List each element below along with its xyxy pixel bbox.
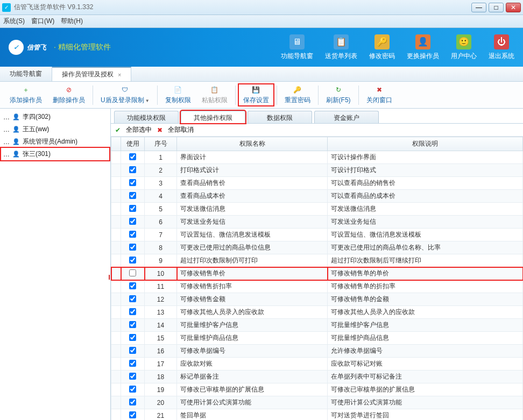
use-checkbox[interactable] bbox=[129, 218, 136, 225]
subtab-funds[interactable]: 资金账户 bbox=[314, 111, 379, 123]
copy-perm-button[interactable]: 📄复制权限 bbox=[160, 84, 196, 106]
table-row[interactable]: 8 可更改已使用过的商品单位信息 可更改已使用过的商品单位名称、比率 bbox=[111, 241, 523, 254]
minimize-button[interactable]: — bbox=[471, 3, 486, 12]
nav-icon: 🔑 bbox=[374, 34, 390, 49]
use-checkbox[interactable] bbox=[129, 282, 136, 289]
close-button[interactable]: ✕ bbox=[506, 3, 521, 12]
tab-close-icon[interactable]: × bbox=[118, 72, 121, 78]
col-use[interactable]: 使用 bbox=[121, 137, 145, 151]
use-checkbox[interactable] bbox=[129, 386, 136, 393]
use-checkbox[interactable] bbox=[129, 257, 136, 264]
table-row[interactable]: 14 可批量维护客户信息 可批量维护客户信息 bbox=[111, 319, 523, 332]
table-row[interactable]: 11 可修改销售折扣率 可修改销售单的折扣率 bbox=[111, 280, 523, 293]
user-item-1[interactable]: …👤王五(ww) bbox=[1, 123, 109, 136]
tab-ops[interactable]: 操作员管理及授权 × bbox=[52, 67, 131, 81]
table-row[interactable]: 6 可发送业务短信 可发送业务短信 bbox=[111, 216, 523, 229]
row-name: 查看商品销售价 bbox=[177, 177, 328, 190]
clear-icon: ✖ bbox=[157, 126, 162, 134]
use-checkbox[interactable] bbox=[129, 205, 136, 212]
use-checkbox[interactable] bbox=[129, 295, 136, 302]
use-checkbox[interactable] bbox=[129, 179, 136, 186]
subtab-other[interactable]: 其他操作权限 bbox=[181, 111, 245, 123]
user-item-2[interactable]: …👤系统管理员(Admin) bbox=[1, 136, 109, 148]
nav-2[interactable]: 🔑修改密码 bbox=[369, 34, 395, 61]
use-checkbox[interactable] bbox=[129, 308, 136, 315]
use-checkbox[interactable] bbox=[129, 360, 136, 367]
row-no: 10 bbox=[145, 267, 177, 280]
row-desc: 应收款可标记对账 bbox=[328, 358, 523, 371]
use-checkbox[interactable] bbox=[129, 231, 136, 238]
nav-4[interactable]: 🙂用户中心 bbox=[451, 34, 477, 61]
nav-0[interactable]: 🖥功能导航窗 bbox=[281, 34, 313, 61]
menu-window[interactable]: 窗口(W) bbox=[31, 17, 54, 26]
row-no: 2 bbox=[145, 164, 177, 177]
table-row[interactable]: 21 签回单据 可对送货单进行签回 bbox=[111, 409, 523, 421]
table-row[interactable]: 13 可修改其他人员录入的应收款 可修改其他人员录入的应收款 bbox=[111, 306, 523, 319]
table-row[interactable]: 7 可设置短信、微信消息发送模板 可设置短信、微信消息发送模板 bbox=[111, 229, 523, 241]
row-desc: 可设计打印格式 bbox=[328, 164, 523, 177]
user-item-3[interactable]: …👤张三(301) bbox=[1, 148, 109, 160]
delete-operator-button[interactable]: ⊘删除操作员 bbox=[47, 84, 90, 106]
row-no: 13 bbox=[145, 306, 177, 319]
col-desc[interactable]: 权限说明 bbox=[328, 137, 523, 151]
use-checkbox[interactable] bbox=[129, 244, 136, 251]
tab-ops-label: 操作员管理及授权 bbox=[62, 70, 114, 79]
row-no: 19 bbox=[145, 383, 177, 396]
deselect-all-button[interactable]: 全部取消 bbox=[168, 125, 194, 134]
row-desc: 可修改销售单的单价 bbox=[328, 267, 523, 280]
table-row[interactable]: 9 超过打印次数限制仍可打印 超过打印次数限制后可继续打印 bbox=[111, 254, 523, 267]
use-checkbox[interactable] bbox=[129, 269, 136, 276]
use-checkbox[interactable] bbox=[129, 334, 136, 341]
maximize-button[interactable]: □ bbox=[489, 3, 504, 12]
user-label: 张三(301) bbox=[23, 150, 51, 159]
add-operator-button[interactable]: ＋添加操作员 bbox=[4, 84, 47, 106]
use-checkbox[interactable] bbox=[129, 192, 136, 199]
table-row[interactable]: 5 可发送微信消息 可发送微信消息 bbox=[111, 203, 523, 216]
table-row[interactable]: 2 打印格式设计 可设计打印格式 bbox=[111, 164, 523, 177]
table-row[interactable]: 4 查看商品成本价 可以查看商品的成本价 bbox=[111, 190, 523, 203]
row-no: 6 bbox=[145, 216, 177, 229]
row-desc: 超过打印次数限制后可继续打印 bbox=[328, 254, 523, 267]
table-row[interactable]: 1 界面设计 可设计操作界面 bbox=[111, 151, 523, 164]
subtab-data[interactable]: 数据权限 bbox=[248, 111, 312, 123]
paste-perm-button[interactable]: 📋粘贴权限 bbox=[196, 84, 233, 106]
user-item-0[interactable]: …👤李四(302) bbox=[1, 111, 109, 123]
use-checkbox[interactable] bbox=[129, 321, 136, 328]
table-row[interactable]: 15 可批量维护商品信息 可批量维护商品信息 bbox=[111, 332, 523, 345]
table-row[interactable]: 19 可修改已审核单据的扩展信息 可修改已审核单据的扩展信息 bbox=[111, 383, 523, 396]
save-settings-button[interactable]: 💾保存设置 bbox=[238, 83, 274, 106]
nav-label: 退出系统 bbox=[489, 52, 514, 61]
row-no: 7 bbox=[145, 229, 177, 241]
subtab-module[interactable]: 功能模块权限 bbox=[114, 111, 179, 123]
use-checkbox[interactable] bbox=[129, 373, 136, 380]
use-checkbox[interactable] bbox=[129, 398, 136, 405]
col-name[interactable]: 权限名称 bbox=[177, 137, 328, 151]
table-row[interactable]: 18 标记单据备注 在单据列表中可标记备注 bbox=[111, 371, 523, 383]
use-checkbox[interactable] bbox=[129, 166, 136, 173]
reset-password-button[interactable]: 🔑重置密码 bbox=[279, 84, 316, 106]
tab-nav[interactable]: 功能导航窗 bbox=[0, 67, 52, 81]
close-window-button[interactable]: ✖关闭窗口 bbox=[361, 84, 398, 106]
menu-help[interactable]: 帮助(H) bbox=[61, 17, 83, 26]
table-row[interactable]: 17 应收款对账 应收款可标记对账 bbox=[111, 358, 523, 371]
table-row[interactable]: 16 可修改单据编号 允许修改单据编号 bbox=[111, 345, 523, 358]
select-all-button[interactable]: 全部选中 bbox=[126, 125, 152, 134]
table-row[interactable]: 3 查看商品销售价 可以查看商品的销售价 bbox=[111, 177, 523, 190]
nav-label: 送货单列表 bbox=[325, 52, 357, 61]
use-checkbox[interactable] bbox=[129, 153, 136, 160]
table-row[interactable]: 12 可修改销售金额 可修改销售单的金额 bbox=[111, 293, 523, 306]
nav-icon: ⏻ bbox=[494, 34, 509, 49]
nav-3[interactable]: 👤更换操作员 bbox=[407, 34, 439, 61]
table-row[interactable]: 20 可使用计算公式演算功能 可使用计算公式演算功能 bbox=[111, 396, 523, 409]
nav-1[interactable]: 📋送货单列表 bbox=[325, 34, 357, 61]
col-no[interactable]: 序号 bbox=[145, 137, 177, 151]
menu-system[interactable]: 系统(S) bbox=[3, 17, 25, 26]
use-checkbox[interactable] bbox=[129, 347, 136, 354]
permissions-grid[interactable]: 使用 序号 权限名称 权限说明 1 界面设计 可设计操作界面 2 打印格式设计 … bbox=[111, 137, 523, 420]
table-row[interactable]: I 10 可修改销售单价 可修改销售单的单价 bbox=[111, 267, 523, 280]
ukey-login-button[interactable]: 🛡U盾及登录限制▼ bbox=[95, 84, 155, 106]
use-checkbox[interactable] bbox=[129, 411, 136, 418]
refresh-button[interactable]: ↻刷新(F5) bbox=[321, 84, 356, 106]
row-desc: 可修改已审核单据的扩展信息 bbox=[328, 383, 523, 396]
nav-5[interactable]: ⏻退出系统 bbox=[489, 34, 514, 61]
